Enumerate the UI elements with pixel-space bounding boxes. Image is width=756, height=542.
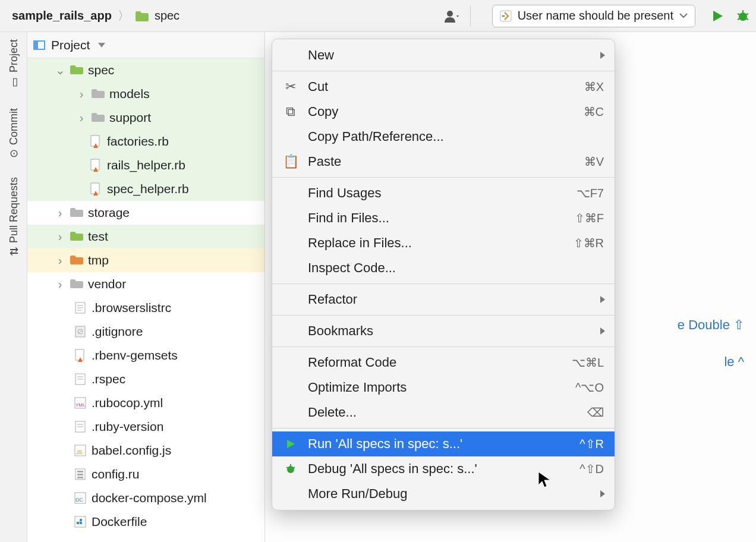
svg-rect-1 [500, 11, 511, 21]
tree-file-rubyversion[interactable]: .ruby-version [27, 415, 264, 439]
menu-new[interactable]: New [272, 43, 615, 68]
text-file-icon [74, 373, 87, 385]
tree-folder-spec[interactable]: ⌄ spec [27, 58, 264, 82]
menu-inspect-code[interactable]: Inspect Code... [272, 256, 615, 281]
svg-rect-42 [77, 522, 79, 524]
expand-icon[interactable]: › [55, 254, 65, 267]
yml-file-icon: YML [74, 397, 87, 409]
svg-point-45 [287, 466, 294, 473]
project-icon: ▭ [7, 76, 20, 89]
folder-icon [92, 112, 105, 123]
tree-folder-support[interactable]: › support [27, 106, 264, 130]
ruby-file-icon [89, 159, 102, 172]
tree-file-rbenv[interactable]: .rbenv-gemsets [27, 344, 264, 367]
run-config-selector[interactable]: User name should be present [492, 5, 695, 27]
folder-icon [92, 89, 105, 99]
tree-file-configru[interactable]: config.ru [27, 462, 264, 486]
svg-rect-9 [34, 41, 38, 49]
tree-file-spec-helper[interactable]: spec_helper.rb [27, 177, 264, 201]
tree-file-dockerfile[interactable]: Dockerfile [27, 510, 264, 534]
pull-icon: ⇄ [9, 245, 18, 258]
hint-double-shift: e Double ⇧ [678, 317, 744, 333]
svg-text:DC: DC [75, 497, 83, 503]
chevron-right-icon: 〉 [118, 8, 130, 24]
svg-text:YML: YML [75, 402, 86, 408]
svg-point-0 [447, 11, 453, 17]
expand-icon[interactable]: › [76, 111, 87, 125]
menu-find-usages[interactable]: Find Usages⌥F7 [272, 181, 615, 206]
docker-file-icon: DC [74, 492, 87, 504]
chevron-down-icon[interactable] [98, 43, 105, 48]
chevron-down-icon [679, 13, 688, 19]
rack-file-icon [74, 468, 87, 480]
tree-file-factories[interactable]: factories.rb [27, 130, 264, 153]
menu-copy[interactable]: ⧉Copy⌘C [272, 99, 615, 124]
tree-folder-test[interactable]: › test [27, 225, 264, 248]
folder-icon [136, 11, 149, 21]
svg-line-4 [738, 14, 740, 15]
tree-folder-models[interactable]: › models [27, 82, 264, 106]
tree-file-gitignore[interactable]: .gitignore [27, 320, 264, 344]
tree-folder-vendor[interactable]: › vendor [27, 272, 264, 296]
gitignore-file-icon [74, 326, 87, 338]
scissors-icon: ✂ [283, 79, 298, 94]
commit-icon: ⊙ [9, 147, 18, 160]
tree-file-rspec[interactable]: .rspec [27, 367, 264, 391]
tree-file-browserslist[interactable]: .browserslistrc [27, 296, 264, 320]
ruby-file-icon [74, 349, 87, 362]
menu-bookmarks[interactable]: Bookmarks [272, 319, 615, 344]
ruby-file-icon [89, 135, 102, 148]
expand-icon[interactable]: › [55, 278, 65, 291]
folder-icon [70, 279, 83, 289]
svg-rect-43 [80, 522, 82, 524]
bug-icon [283, 463, 298, 475]
menu-reformat[interactable]: Reformat Code⌥⌘L [272, 350, 615, 375]
sidebar-title: Project [51, 38, 90, 52]
folder-icon [70, 207, 83, 218]
ruby-file-icon [89, 182, 102, 196]
project-tree[interactable]: ⌄ spec › models › support factories.rb [27, 58, 264, 542]
tab-commit[interactable]: ⊙ Commit [7, 102, 20, 163]
svg-line-5 [746, 14, 748, 15]
menu-cut[interactable]: ✂Cut⌘X [272, 74, 615, 99]
breadcrumb-folder[interactable]: spec [155, 9, 179, 23]
breadcrumb[interactable]: sample_rails_app 〉 spec [12, 8, 179, 24]
menu-delete[interactable]: Delete...⌫ [272, 400, 615, 425]
expand-icon[interactable]: › [55, 230, 65, 244]
menu-run[interactable]: Run 'All specs in spec: s...' ^⇧R [272, 431, 615, 456]
docker-file-icon [74, 516, 87, 528]
tab-pull-requests[interactable]: ⇄ Pull Requests [7, 171, 20, 261]
tree-folder-tmp[interactable]: › tmp [27, 248, 264, 272]
menu-refactor[interactable]: Refactor [272, 287, 615, 312]
tree-folder-storage[interactable]: › storage [27, 201, 264, 225]
expand-icon[interactable]: ⌄ [55, 63, 65, 77]
folder-icon [70, 65, 83, 75]
editor-hints: e Double ⇧ le ^ [678, 317, 744, 370]
menu-more-run-debug[interactable]: More Run/Debug [272, 481, 615, 506]
menu-paste[interactable]: 📋Paste⌘V [272, 149, 615, 174]
menu-debug[interactable]: Debug 'All specs in spec: s...' ^⇧D [272, 456, 615, 481]
debug-button[interactable] [736, 9, 750, 23]
text-file-icon [74, 421, 87, 433]
run-button[interactable] [711, 10, 724, 23]
menu-find-in-files[interactable]: Find in Files...⇧⌘F [272, 206, 615, 231]
clipboard-icon: 📋 [283, 154, 298, 169]
folder-icon [70, 255, 83, 266]
sidebar-header[interactable]: Project [27, 32, 264, 58]
svg-line-6 [738, 18, 740, 20]
menu-replace-in-files[interactable]: Replace in Files...⇧⌘R [272, 231, 615, 256]
menu-optimize-imports[interactable]: Optimize Imports^⌥O [272, 375, 615, 400]
folder-icon [70, 231, 83, 242]
svg-point-2 [739, 12, 747, 21]
breadcrumb-project[interactable]: sample_rails_app [12, 9, 112, 23]
tree-file-babel[interactable]: JSbabel.config.js [27, 439, 264, 462]
tree-file-docker-compose[interactable]: DCdocker-compose.yml [27, 486, 264, 510]
svg-rect-37 [77, 474, 83, 475]
expand-icon[interactable]: › [55, 206, 65, 220]
tree-file-rubocop[interactable]: YML.rubocop.yml [27, 391, 264, 415]
tab-project[interactable]: ▭ Project [7, 33, 20, 94]
expand-icon[interactable]: › [76, 87, 87, 101]
user-icon[interactable] [444, 10, 461, 23]
tree-file-rails-helper[interactable]: rails_helper.rb [27, 153, 264, 177]
menu-copy-path[interactable]: Copy Path/Reference... [272, 124, 615, 149]
